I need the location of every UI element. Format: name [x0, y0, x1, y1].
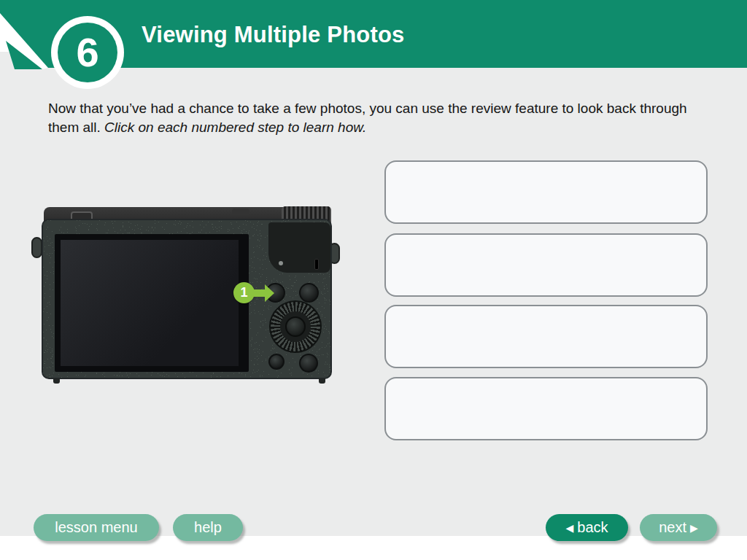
page-title: Viewing Multiple Photos: [142, 22, 405, 48]
back-button[interactable]: ◀ back: [546, 514, 628, 541]
answer-box: [384, 233, 708, 297]
next-arrow-icon: ▶: [690, 523, 698, 533]
help-button[interactable]: help: [173, 514, 243, 541]
lesson-menu-button[interactable]: lesson menu: [34, 514, 159, 541]
step-number: 6: [58, 23, 117, 82]
step-number-badge: 6: [51, 16, 124, 89]
step-marker-1[interactable]: 1: [233, 281, 276, 306]
step-marker-1-number[interactable]: 1: [233, 282, 255, 303]
intro-text-italic: Click on each numbered step to learn how…: [104, 120, 366, 135]
lesson-menu-label: lesson menu: [55, 519, 137, 536]
arrow-right-icon: [253, 289, 266, 297]
help-label: help: [194, 519, 222, 536]
arrow-right-icon: [265, 284, 274, 302]
intro-text: Now that you’ve had a chance to take a f…: [48, 99, 705, 137]
lesson-page: Viewing Multiple Photos 6 Now that you’v…: [0, 0, 747, 560]
back-label: back: [577, 519, 608, 536]
next-label: next: [659, 519, 686, 536]
back-arrow-icon: ◀: [565, 523, 573, 533]
next-button[interactable]: next ▶: [640, 514, 717, 541]
answer-box: [384, 377, 708, 440]
answer-box: [384, 160, 708, 224]
answer-box: [384, 305, 708, 368]
